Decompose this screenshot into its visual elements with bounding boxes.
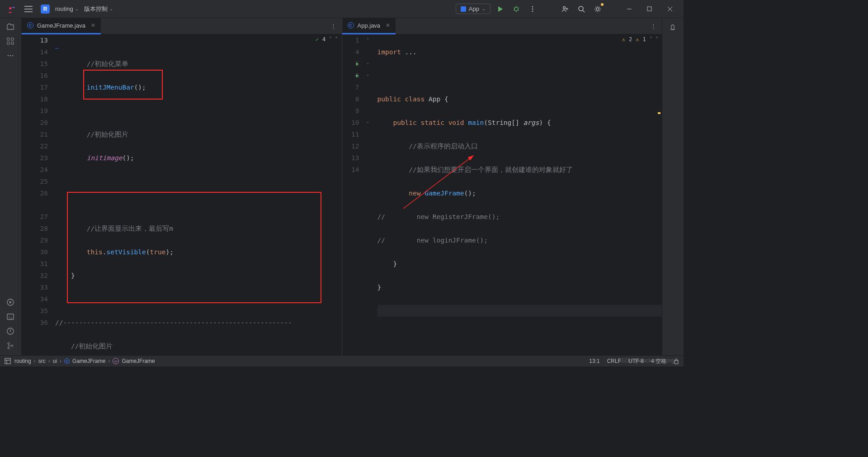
- run-gutter-icon[interactable]: ▶: [354, 70, 361, 81]
- svg-rect-14: [7, 42, 9, 44]
- debug-button[interactable]: [509, 2, 523, 16]
- title-bar: R routing⌄ 版本控制⌄ App⌄: [0, 0, 684, 18]
- right-tool-strip: [662, 18, 684, 355]
- problems-tool-icon[interactable]: [6, 327, 15, 336]
- svg-point-4: [514, 7, 518, 11]
- code-with-me-icon[interactable]: [558, 2, 572, 16]
- terminal-tool-icon[interactable]: [6, 313, 15, 322]
- right-tab-row: C App.java ✕ ⋮: [342, 18, 662, 34]
- left-code[interactable]: //初始化菜单 initJMenuBar(); //初始化图片 initimag…: [53, 34, 342, 355]
- svg-rect-15: [11, 42, 14, 44]
- run-gutter-icon[interactable]: ▶: [354, 58, 361, 70]
- search-icon[interactable]: [575, 2, 588, 16]
- svg-point-24: [11, 345, 13, 347]
- run-tool-icon[interactable]: [6, 298, 15, 307]
- right-gutter: 145▶6▶7891011121314: [342, 34, 365, 355]
- svg-point-17: [9, 55, 11, 57]
- window-minimize[interactable]: [619, 2, 639, 16]
- svg-rect-26: [5, 358, 10, 364]
- more-actions-icon[interactable]: [526, 2, 539, 16]
- svg-point-23: [8, 347, 9, 349]
- tab-gamejframe[interactable]: C GameJFrame.java ✕: [22, 18, 101, 34]
- window-close[interactable]: [660, 2, 680, 16]
- svg-rect-12: [7, 38, 9, 40]
- watermark: CSDN @hacker-routing: [618, 357, 675, 364]
- svg-point-7: [532, 10, 533, 12]
- left-editor[interactable]: ✓4 ˄ ˅ 131415161718192021222324252627282…: [22, 34, 342, 355]
- svg-point-18: [12, 55, 13, 57]
- status-bar: routing› src› ui› CGameJFrame› mGameJFra…: [0, 355, 684, 367]
- left-tab-row: C GameJFrame.java ✕ ⋮: [22, 18, 342, 34]
- project-dropdown[interactable]: routing⌄: [55, 5, 79, 12]
- git-tool-icon[interactable]: [6, 342, 15, 351]
- right-editor[interactable]: ⚠2 ⚠1 ˄ ˅ 145▶6▶7891011121314 › ⌄ ⌄ ⌄ im…: [342, 34, 662, 355]
- tab-app[interactable]: C App.java ✕: [342, 18, 396, 34]
- left-gutter: 1314151617181920212223242526272829303132…: [22, 34, 53, 355]
- fold-icon[interactable]: ⌄: [367, 71, 369, 76]
- svg-rect-3: [461, 6, 466, 12]
- window-maximize[interactable]: [639, 2, 660, 16]
- right-editor-pane: C App.java ✕ ⋮ ⚠2 ⚠1 ˄ ˅ 145▶6▶789101112…: [342, 18, 662, 355]
- run-button[interactable]: [493, 2, 507, 16]
- svg-point-16: [7, 55, 9, 57]
- close-tab-icon[interactable]: ✕: [91, 22, 95, 29]
- vcs-dropdown[interactable]: 版本控制⌄: [84, 5, 113, 13]
- structure-tool-icon[interactable]: [6, 37, 15, 46]
- svg-rect-27: [675, 361, 678, 364]
- close-tab-icon[interactable]: ✕: [386, 22, 390, 29]
- java-class-icon: C: [27, 22, 33, 29]
- tool-windows-icon[interactable]: [5, 358, 11, 364]
- inspection-widget[interactable]: ✓4 ˄ ˅: [316, 36, 338, 43]
- project-tool-icon[interactable]: [6, 23, 15, 32]
- svg-point-10: [596, 8, 599, 10]
- svg-rect-20: [7, 314, 14, 319]
- svg-point-6: [532, 8, 533, 10]
- app-logo-icon: [7, 5, 16, 14]
- run-config-dropdown[interactable]: App⌄: [456, 4, 491, 14]
- svg-rect-2: [12, 7, 15, 8]
- class-icon: C: [64, 358, 70, 364]
- svg-point-5: [532, 6, 533, 7]
- left-editor-pane: C GameJFrame.java ✕ ⋮ ✓4 ˄ ˅ 13141516171…: [22, 18, 342, 355]
- left-tool-strip: [0, 18, 22, 355]
- settings-icon[interactable]: [591, 2, 604, 16]
- more-tools-icon[interactable]: [6, 52, 15, 61]
- svg-rect-0: [8, 5, 16, 13]
- svg-point-1: [9, 7, 11, 9]
- svg-point-9: [579, 6, 583, 11]
- inspection-widget[interactable]: ⚠2 ⚠1 ˄ ˅: [622, 36, 658, 43]
- marker-stripe[interactable]: [658, 112, 660, 114]
- svg-point-8: [563, 6, 566, 9]
- tab-menu-icon[interactable]: ⋮: [325, 23, 342, 29]
- project-badge[interactable]: R: [41, 5, 50, 14]
- notifications-icon[interactable]: [669, 23, 678, 32]
- svg-rect-11: [647, 7, 651, 11]
- right-code[interactable]: import ... public class App { public sta…: [376, 34, 662, 355]
- method-icon: m: [113, 358, 119, 364]
- main-menu-icon[interactable]: [22, 2, 35, 16]
- svg-point-22: [8, 343, 9, 344]
- fold-icon[interactable]: ›: [367, 36, 369, 41]
- run-config-icon: [461, 6, 466, 12]
- fold-icon[interactable]: ⌄: [367, 119, 369, 124]
- fold-icon[interactable]: ⌄: [367, 60, 369, 65]
- breadcrumb[interactable]: routing› src› ui› CGameJFrame› mGameJFra…: [14, 358, 155, 364]
- java-class-icon: C: [348, 22, 354, 29]
- tab-menu-icon[interactable]: ⋮: [645, 23, 662, 29]
- cursor-position[interactable]: 13:1: [589, 358, 599, 364]
- svg-rect-13: [11, 38, 14, 40]
